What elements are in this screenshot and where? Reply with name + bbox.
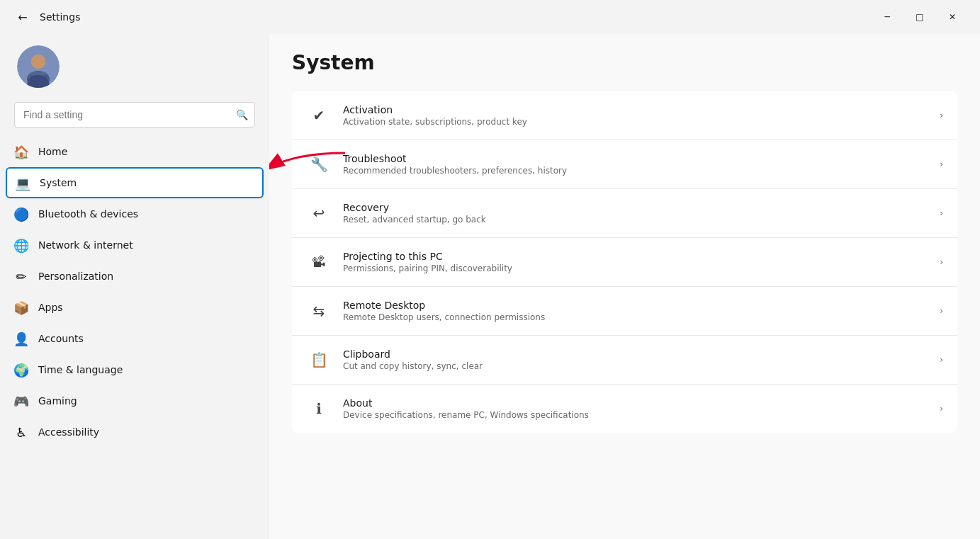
troubleshoot-icon: 🔧 bbox=[306, 152, 332, 177]
clipboard-icon: 📋 bbox=[306, 347, 332, 373]
home-icon: 🏠 bbox=[14, 144, 28, 159]
settings-item-activation[interactable]: ✔ Activation Activation state, subscript… bbox=[292, 91, 957, 140]
recovery-icon: ↩ bbox=[306, 200, 332, 226]
sidebar-item-label-time: Time & language bbox=[38, 364, 123, 375]
activation-icon: ✔ bbox=[306, 103, 332, 128]
clipboard-title: Clipboard bbox=[343, 348, 934, 360]
about-icon: ℹ bbox=[306, 396, 332, 421]
sidebar-item-gaming[interactable]: 🎮 Gaming bbox=[6, 385, 264, 416]
sidebar-item-label-home: Home bbox=[38, 146, 67, 157]
sidebar-item-accessibility[interactable]: ♿ Accessibility bbox=[6, 416, 264, 448]
sidebar-item-label-system: System bbox=[40, 177, 77, 188]
troubleshoot-title: Troubleshoot bbox=[343, 153, 934, 164]
activation-chevron: › bbox=[940, 110, 943, 120]
accessibility-icon: ♿ bbox=[14, 425, 28, 439]
clipboard-chevron: › bbox=[940, 355, 943, 365]
avatar-section bbox=[0, 34, 269, 99]
clipboard-text: Clipboard Cut and copy history, sync, cl… bbox=[343, 348, 934, 371]
titlebar-title: Settings bbox=[40, 11, 871, 23]
sidebar-item-apps[interactable]: 📦 Apps bbox=[6, 292, 264, 323]
about-chevron: › bbox=[940, 404, 943, 414]
apps-icon: 📦 bbox=[14, 300, 28, 314]
recovery-subtitle: Reset, advanced startup, go back bbox=[343, 215, 934, 225]
remote-desktop-chevron: › bbox=[940, 306, 943, 316]
system-icon: 💻 bbox=[16, 176, 30, 190]
projecting-icon: 📽 bbox=[306, 249, 332, 275]
clipboard-subtitle: Cut and copy history, sync, clear bbox=[343, 361, 934, 371]
sidebar-item-personalization[interactable]: ✏️ Personalization bbox=[6, 261, 264, 292]
sidebar-item-label-gaming: Gaming bbox=[38, 395, 77, 407]
content-area: System ✔ Activation Activation state, su… bbox=[269, 34, 980, 539]
search-input[interactable] bbox=[14, 102, 255, 127]
sidebar-nav: 🏠 Home 💻 System 🔵 Bluetooth & devices 🌐 … bbox=[0, 133, 269, 450]
page-title: System bbox=[292, 51, 957, 74]
sidebar-item-system[interactable]: 💻 System bbox=[6, 167, 264, 198]
troubleshoot-subtitle: Recommended troubleshooters, preferences… bbox=[343, 166, 934, 176]
recovery-chevron: › bbox=[940, 208, 943, 218]
titlebar: ← Settings ─ □ ✕ bbox=[0, 0, 980, 34]
bluetooth-icon: 🔵 bbox=[14, 207, 28, 221]
projecting-text: Projecting to this PC Permissions, pairi… bbox=[343, 251, 934, 273]
settings-item-remote-desktop[interactable]: ⇆ Remote Desktop Remote Desktop users, c… bbox=[292, 287, 957, 336]
sidebar-item-label-accounts: Accounts bbox=[38, 333, 84, 344]
recovery-text: Recovery Reset, advanced startup, go bac… bbox=[343, 202, 934, 225]
svg-point-3 bbox=[31, 55, 45, 69]
settings-item-about[interactable]: ℹ About Device specifications, rename PC… bbox=[292, 385, 957, 433]
time-icon: 🌍 bbox=[14, 363, 28, 377]
window-controls: ─ □ ✕ bbox=[871, 6, 969, 28]
sidebar-item-home[interactable]: 🏠 Home bbox=[6, 136, 264, 167]
remote-desktop-text: Remote Desktop Remote Desktop users, con… bbox=[343, 300, 934, 322]
activation-subtitle: Activation state, subscriptions, product… bbox=[343, 117, 934, 127]
sidebar-item-network[interactable]: 🌐 Network & internet bbox=[6, 229, 264, 261]
settings-item-projecting[interactable]: 📽 Projecting to this PC Permissions, pai… bbox=[292, 238, 957, 287]
network-icon: 🌐 bbox=[14, 238, 28, 252]
sidebar-item-label-bluetooth: Bluetooth & devices bbox=[38, 208, 138, 220]
projecting-title: Projecting to this PC bbox=[343, 251, 934, 262]
sidebar-item-label-network: Network & internet bbox=[38, 239, 133, 251]
sidebar-item-time[interactable]: 🌍 Time & language bbox=[6, 354, 264, 385]
personalization-icon: ✏️ bbox=[14, 269, 28, 283]
remote-desktop-subtitle: Remote Desktop users, connection permiss… bbox=[343, 312, 934, 322]
sidebar-item-label-accessibility: Accessibility bbox=[38, 426, 99, 438]
troubleshoot-text: Troubleshoot Recommended troubleshooters… bbox=[343, 153, 934, 176]
settings-item-recovery[interactable]: ↩ Recovery Reset, advanced startup, go b… bbox=[292, 189, 957, 238]
settings-item-troubleshoot[interactable]: 🔧 Troubleshoot Recommended troubleshoote… bbox=[292, 140, 957, 189]
main-layout: 🔍 🏠 Home 💻 System 🔵 Bluetooth & devices … bbox=[0, 34, 980, 539]
troubleshoot-chevron: › bbox=[940, 159, 943, 169]
avatar[interactable] bbox=[17, 45, 60, 88]
search-icon: 🔍 bbox=[236, 109, 248, 120]
about-subtitle: Device specifications, rename PC, Window… bbox=[343, 410, 934, 420]
about-title: About bbox=[343, 397, 934, 409]
activation-title: Activation bbox=[343, 104, 934, 115]
svg-rect-4 bbox=[30, 72, 47, 75]
sidebar: 🔍 🏠 Home 💻 System 🔵 Bluetooth & devices … bbox=[0, 34, 269, 539]
projecting-chevron: › bbox=[940, 257, 943, 267]
remote-desktop-title: Remote Desktop bbox=[343, 300, 934, 311]
about-text: About Device specifications, rename PC, … bbox=[343, 397, 934, 420]
maximize-button[interactable]: □ bbox=[903, 6, 936, 28]
close-button[interactable]: ✕ bbox=[936, 6, 969, 28]
sidebar-item-accounts[interactable]: 👤 Accounts bbox=[6, 323, 264, 354]
sidebar-item-label-apps: Apps bbox=[38, 302, 63, 313]
sidebar-item-bluetooth[interactable]: 🔵 Bluetooth & devices bbox=[6, 198, 264, 229]
remote-desktop-icon: ⇆ bbox=[306, 298, 332, 324]
gaming-icon: 🎮 bbox=[14, 394, 28, 408]
activation-text: Activation Activation state, subscriptio… bbox=[343, 104, 934, 127]
minimize-button[interactable]: ─ bbox=[871, 6, 903, 28]
settings-item-clipboard[interactable]: 📋 Clipboard Cut and copy history, sync, … bbox=[292, 336, 957, 385]
accounts-icon: 👤 bbox=[14, 331, 28, 346]
search-box: 🔍 bbox=[14, 102, 255, 127]
projecting-subtitle: Permissions, pairing PIN, discoverabilit… bbox=[343, 263, 934, 273]
recovery-title: Recovery bbox=[343, 202, 934, 213]
back-button[interactable]: ← bbox=[11, 6, 34, 28]
sidebar-item-label-personalization: Personalization bbox=[38, 271, 113, 282]
settings-list: ✔ Activation Activation state, subscript… bbox=[292, 91, 957, 433]
